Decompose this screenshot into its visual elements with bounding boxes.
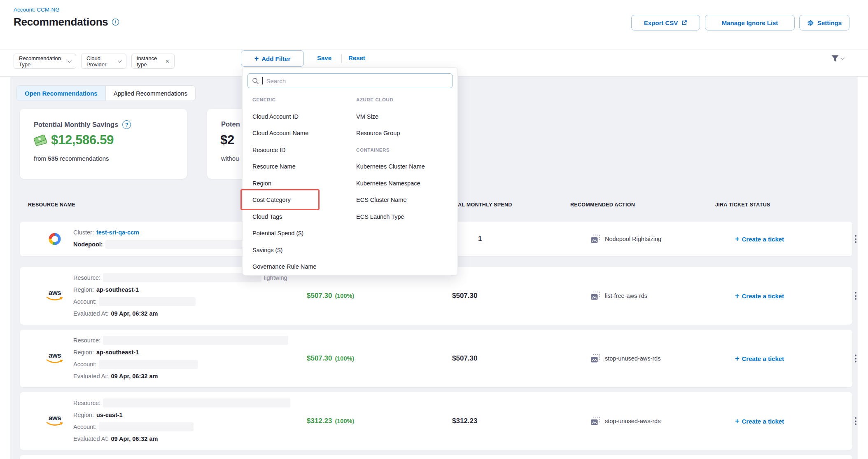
filter-option-resource-group[interactable]: Resource Group [356, 125, 460, 142]
plus-icon: + [735, 417, 740, 426]
breadcrumb-account-link[interactable]: Account: CCM-NG [14, 7, 60, 13]
row-menu-button[interactable] [852, 233, 859, 246]
settings-button[interactable]: Settings [799, 15, 849, 30]
resource-detail-line: Nodepool: [73, 238, 250, 250]
manage-ignore-list-label: Manage Ignore List [722, 19, 778, 26]
field-value: 09 Apr, 06:32 am [111, 310, 158, 317]
create-ticket-button[interactable]: +Create a ticket [735, 235, 784, 244]
filter-section-heading-azure-cloud: AZURE CLOUD [356, 91, 460, 108]
recommended-action: Nodepool Rightsizing [590, 234, 661, 244]
savings-percentage: (100%) [335, 418, 354, 424]
filter-option-kubernetes-cluster-name[interactable]: Kubernetes Cluster Name [356, 158, 460, 175]
resource-details: Cluster:test-sri-qa-ccmNodepool: [73, 226, 250, 250]
monthly-savings-value: $312.23(100%) [307, 417, 354, 425]
filter-option-potential-spend[interactable]: Potential Spend ($) [252, 225, 356, 242]
savings-subtitle-suffix: recommendations [60, 155, 109, 162]
export-csv-button[interactable]: Export CSV [631, 15, 700, 30]
filter-option-cloud-account-id[interactable]: Cloud Account ID [252, 108, 356, 125]
reset-filter-button[interactable]: Reset [348, 54, 365, 61]
filter-panel-toggle[interactable] [831, 55, 844, 62]
field-label: Evaluated At: [73, 436, 108, 442]
add-filter-button[interactable]: + Add Filter [241, 50, 304, 67]
column-header-jira-ticket-status: JIRA TICKET STATUS [715, 202, 770, 208]
filter-option-cloud-tags[interactable]: Cloud Tags [252, 208, 356, 225]
resource-details: Resource:lightwingRegion:ap-southeast-1A… [73, 272, 287, 319]
filter-chip-recommendation-type[interactable]: Recommendation Type [14, 54, 76, 69]
filter-option-ecs-launch-type[interactable]: ECS Launch Type [356, 208, 460, 225]
recommended-action: stop-unused-aws-rds [590, 353, 660, 364]
filter-option-savings[interactable]: Savings ($) [252, 242, 356, 259]
filter-option-kubernetes-namespace[interactable]: Kubernetes Namespace [356, 175, 460, 192]
row-menu-button[interactable] [852, 415, 859, 428]
table-row[interactable]: awsResource:Region:ap-southeast-1Account… [20, 330, 852, 387]
table-row-partial[interactable] [20, 455, 852, 459]
savings-amount: $507.30 [307, 292, 332, 300]
resource-detail-line: Evaluated At:09 Apr, 06:32 am [73, 370, 288, 382]
savings-subtitle: from 535 recommendations [34, 155, 109, 162]
row-menu-button[interactable] [852, 290, 859, 302]
external-link-icon [681, 20, 687, 26]
row-menu-button[interactable] [852, 352, 859, 365]
redacted-value [99, 297, 196, 306]
manage-ignore-list-button[interactable]: Manage Ignore List [705, 15, 795, 30]
tab-applied-recommendations[interactable]: Applied Recommendations [105, 86, 195, 101]
text-cursor [262, 77, 263, 84]
resource-link[interactable]: test-sri-qa-ccm [96, 229, 139, 236]
filter-option-resource-name[interactable]: Resource Name [252, 158, 356, 175]
save-filter-button[interactable]: Save [317, 54, 331, 61]
filter-option-cost-category[interactable]: Cost Category [252, 192, 356, 208]
recommended-action-label: stop-unused-aws-rds [605, 418, 660, 424]
savings-percentage: (100%) [335, 293, 354, 299]
recommendations-page: Account: CCM-NG Recommendations i Export… [0, 0, 868, 459]
recommendations-tabs: Open Recommendations Applied Recommendat… [16, 85, 196, 101]
resource-detail-line: Evaluated At:09 Apr, 06:32 am [73, 433, 290, 445]
create-ticket-button[interactable]: +Create a ticket [735, 354, 784, 363]
field-value: 09 Apr, 06:32 am [111, 373, 158, 379]
filter-option-vm-size[interactable]: VM Size [356, 108, 460, 125]
filter-option-region[interactable]: Region [252, 175, 356, 192]
field-value: ap-southeast-1 [96, 349, 139, 356]
filter-chip-cloud-provider[interactable]: Cloud Provider [81, 54, 126, 69]
chip-label: Instance type [137, 55, 166, 68]
aws-icon: aws [44, 289, 65, 303]
search-icon [252, 77, 259, 84]
table-row[interactable]: awsResource:lightwingRegion:ap-southeast… [20, 267, 852, 325]
create-ticket-button[interactable]: +Create a ticket [735, 417, 784, 426]
search-input[interactable]: Search [247, 73, 453, 88]
potential-monthly-spend-value: $507.30 [452, 292, 477, 300]
filter-option-resource-id[interactable]: Resource ID [252, 142, 356, 159]
resource-detail-line: Evaluated At:09 Apr, 06:32 am [73, 307, 287, 319]
field-value: ap-southeast-1 [96, 286, 139, 293]
monthly-savings-value: $507.30(100%) [307, 354, 354, 363]
filter-option-ecs-cluster-name[interactable]: ECS Cluster Name [356, 192, 460, 208]
resource-detail-line: Resource: [73, 397, 290, 409]
resource-detail-line: Region:ap-southeast-1 [73, 346, 288, 358]
redacted-value [103, 398, 290, 407]
create-ticket-label: Create a ticket [742, 293, 784, 300]
table-row[interactable]: awsResource:Region:us-east-1Account:Eval… [20, 392, 852, 450]
filter-section-heading-generic: GENERIC [252, 91, 356, 108]
resource-detail-line: Account: [73, 295, 287, 307]
filter-chip-instance-type[interactable]: Instance type × [131, 54, 175, 69]
filter-option-cloud-account-name[interactable]: Cloud Account Name [252, 125, 356, 142]
column-header-resource-name: RESOURCE NAME [28, 202, 75, 208]
info-icon[interactable]: i [112, 19, 119, 26]
filter-popup-column: AZURE CLOUDVM SizeResource GroupCONTAINE… [356, 91, 460, 275]
create-ticket-button[interactable]: +Create a ticket [735, 292, 784, 300]
field-label: Region: [73, 286, 94, 293]
resource-details: Resource:Region:ap-southeast-1Account:Ev… [73, 334, 288, 382]
redacted-value [103, 273, 261, 282]
field-label: Region: [73, 349, 94, 356]
close-icon[interactable]: × [166, 58, 169, 65]
help-icon[interactable]: ? [122, 120, 131, 129]
plus-icon: + [735, 292, 740, 300]
field-label: Cluster: [73, 229, 94, 236]
filter-popup-columns: GENERICCloud Account IDCloud Account Nam… [252, 91, 460, 275]
column-header-recommended-action: RECOMMENDED ACTION [570, 202, 635, 208]
plus-icon: + [254, 54, 259, 63]
field-label: Region: [73, 412, 94, 418]
tab-open-recommendations[interactable]: Open Recommendations [17, 86, 105, 101]
export-csv-label: Export CSV [644, 19, 678, 26]
filter-option-governance-rule-name[interactable]: Governance Rule Name [252, 258, 356, 275]
recommended-action: list-free-aws-rds [590, 290, 647, 301]
